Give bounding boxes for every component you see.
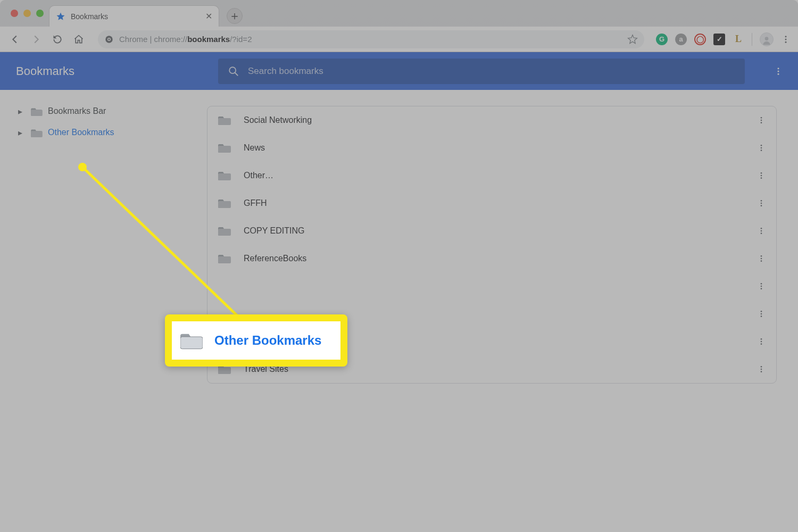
svg-point-5 — [785, 38, 787, 40]
svg-point-3 — [765, 37, 769, 40]
svg-point-11 — [778, 73, 779, 74]
search-icon — [228, 65, 239, 77]
svg-point-37 — [761, 260, 762, 262]
row-menu-button[interactable] — [757, 310, 766, 318]
svg-rect-30 — [218, 229, 231, 236]
app-header: Bookmarks — [0, 52, 798, 90]
svg-point-19 — [761, 145, 762, 146]
bookmark-folder-row[interactable]: GFFH — [207, 189, 776, 217]
ext-o-icon[interactable]: ◯ — [694, 34, 706, 45]
expand-arrow-icon[interactable]: ▸ — [18, 128, 26, 138]
toolbar-divider — [752, 33, 752, 46]
search-input[interactable] — [248, 66, 735, 77]
new-tab-button[interactable]: ＋ — [227, 8, 243, 24]
tree-item-other-bookmarks[interactable]: ▸ Other Bookmarks — [5, 122, 202, 143]
app-menu-button[interactable] — [769, 66, 787, 76]
svg-point-33 — [761, 232, 762, 234]
svg-rect-22 — [218, 173, 231, 180]
forward-button[interactable] — [29, 32, 44, 47]
back-button[interactable] — [7, 32, 22, 47]
bookmark-list: Social Networking News Other… — [207, 106, 777, 384]
minimize-window-button[interactable] — [23, 10, 31, 17]
row-menu-button[interactable] — [757, 282, 766, 290]
svg-point-38 — [761, 283, 762, 285]
row-label: Travel Sites — [244, 364, 744, 374]
svg-point-10 — [778, 70, 779, 72]
home-button[interactable] — [71, 32, 86, 47]
svg-point-42 — [761, 313, 762, 315]
expand-arrow-icon[interactable]: ▸ — [18, 106, 26, 117]
folder-icon — [218, 226, 231, 236]
row-menu-button[interactable] — [757, 365, 766, 373]
svg-point-35 — [761, 255, 762, 257]
svg-point-50 — [761, 369, 762, 370]
svg-point-4 — [785, 36, 787, 37]
bookmark-star-icon — [56, 12, 65, 21]
tree-label: Bookmarks Bar — [48, 106, 106, 116]
bookmark-folder-row[interactable] — [207, 272, 776, 300]
svg-rect-48 — [218, 367, 231, 374]
tree-label: Other Bookmarks — [48, 128, 114, 137]
browser-menu-button[interactable] — [781, 35, 791, 44]
tab-title: Bookmarks — [71, 12, 200, 21]
app-title: Bookmarks — [11, 64, 207, 78]
profile-avatar[interactable] — [760, 32, 774, 46]
folder-icon — [218, 336, 231, 347]
svg-point-49 — [761, 366, 762, 368]
svg-rect-44 — [218, 339, 231, 346]
row-menu-button[interactable] — [757, 337, 766, 346]
svg-point-36 — [761, 258, 762, 260]
row-menu-button[interactable] — [757, 227, 766, 235]
row-menu-button[interactable] — [757, 116, 766, 124]
maximize-window-button[interactable] — [36, 10, 44, 17]
reload-button[interactable] — [50, 32, 65, 47]
close-window-button[interactable] — [11, 10, 18, 17]
ext-a-icon[interactable]: a — [675, 34, 687, 45]
svg-point-17 — [761, 122, 762, 123]
row-label: News — [244, 143, 744, 153]
row-menu-button[interactable] — [757, 171, 766, 180]
bookmark-folder-row[interactable]: Social Networking — [207, 106, 776, 134]
row-menu-button[interactable] — [757, 254, 766, 263]
svg-point-2 — [108, 38, 110, 40]
browser-window: Bookmarks ✕ ＋ Chrome | chrome://bookmark… — [0, 0, 798, 532]
tree-item-bookmarks-bar[interactable]: ▸ Bookmarks Bar — [5, 101, 202, 122]
content-area: Social Networking News Other… — [207, 90, 798, 532]
svg-point-43 — [761, 315, 762, 317]
browser-tab[interactable]: Bookmarks ✕ — [49, 5, 219, 27]
app-body: ▸ Bookmarks Bar ▸ Other Bookmarks Social… — [0, 90, 798, 532]
close-tab-button[interactable]: ✕ — [205, 11, 212, 21]
row-menu-button[interactable] — [757, 199, 766, 207]
bookmark-folder-row[interactable]: PlagerismCheckers — [207, 328, 776, 355]
bookmark-folder-row[interactable]: News — [207, 134, 776, 162]
ext-l-icon[interactable]: L — [733, 34, 744, 45]
bookmark-folder-row[interactable]: Other… — [207, 162, 776, 189]
svg-point-21 — [761, 149, 762, 151]
svg-point-46 — [761, 341, 762, 343]
svg-rect-14 — [218, 118, 231, 125]
folder-icon — [218, 253, 231, 264]
folder-icon — [31, 128, 43, 137]
row-label: GFFH — [244, 198, 744, 208]
svg-line-8 — [235, 72, 238, 76]
browser-toolbar: Chrome | chrome://bookmarks/?id=2 G a ◯ … — [0, 27, 798, 52]
star-icon[interactable] — [627, 34, 638, 45]
svg-point-24 — [761, 175, 762, 177]
svg-point-32 — [761, 230, 762, 232]
bookmark-folder-row[interactable]: COPY EDITING — [207, 217, 776, 245]
svg-point-6 — [785, 41, 787, 43]
svg-point-29 — [761, 205, 762, 206]
toolbar-right: G a ◯ ✓ L — [656, 32, 791, 46]
url-text: Chrome | chrome://bookmarks/?id=2 — [119, 35, 252, 44]
address-bar[interactable]: Chrome | chrome://bookmarks/?id=2 — [98, 30, 644, 48]
svg-point-7 — [229, 67, 236, 73]
bookmark-folder-row[interactable] — [207, 300, 776, 328]
search-box[interactable] — [218, 59, 745, 84]
svg-rect-18 — [218, 146, 231, 153]
ext-check-icon[interactable]: ✓ — [713, 34, 725, 45]
traffic-lights[interactable] — [5, 10, 49, 27]
ext-grammarly-icon[interactable]: G — [656, 34, 668, 45]
bookmark-folder-row[interactable]: ReferenceBooks — [207, 245, 776, 272]
bookmark-folder-row[interactable]: Travel Sites — [207, 355, 776, 383]
row-menu-button[interactable] — [757, 144, 766, 152]
